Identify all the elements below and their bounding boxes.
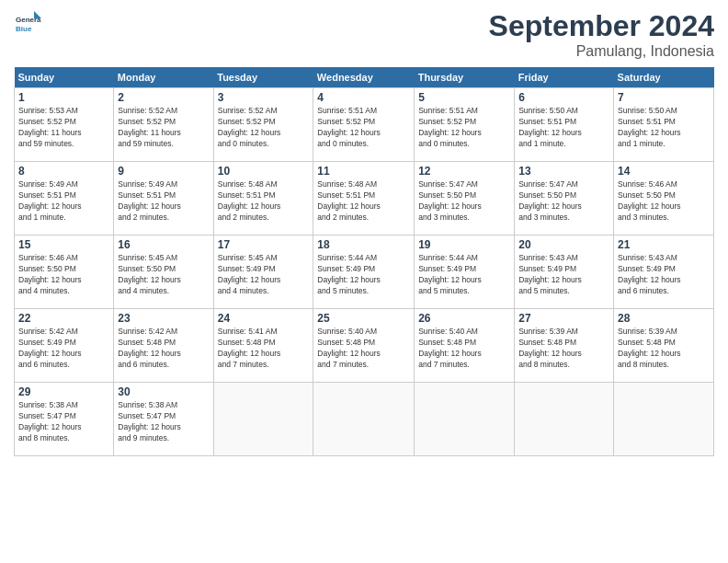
- table-row: 17Sunrise: 5:45 AMSunset: 5:49 PMDayligh…: [213, 236, 313, 309]
- table-row: 14Sunrise: 5:46 AMSunset: 5:50 PMDayligh…: [614, 162, 714, 236]
- day-info: Sunrise: 5:49 AMSunset: 5:51 PMDaylight:…: [18, 179, 109, 224]
- header-sunday: Sunday: [15, 67, 114, 88]
- table-row: 3Sunrise: 5:52 AMSunset: 5:52 PMDaylight…: [213, 88, 313, 162]
- day-number: 16: [118, 238, 209, 251]
- day-info: Sunrise: 5:40 AMSunset: 5:48 PMDaylight:…: [317, 327, 410, 371]
- day-number: 28: [618, 312, 710, 325]
- table-row: 12Sunrise: 5:47 AMSunset: 5:50 PMDayligh…: [415, 162, 515, 236]
- header-saturday: Saturday: [614, 67, 714, 88]
- day-number: 10: [218, 165, 310, 178]
- day-info: Sunrise: 5:42 AMSunset: 5:49 PMDaylight:…: [18, 327, 109, 371]
- table-row: 6Sunrise: 5:50 AMSunset: 5:51 PMDaylight…: [515, 88, 614, 162]
- day-info: Sunrise: 5:44 AMSunset: 5:49 PMDaylight:…: [317, 253, 410, 297]
- day-number: 4: [317, 91, 410, 104]
- table-row: 4Sunrise: 5:51 AMSunset: 5:52 PMDaylight…: [313, 88, 415, 162]
- table-row: 26Sunrise: 5:40 AMSunset: 5:48 PMDayligh…: [415, 309, 515, 383]
- day-number: 6: [518, 91, 609, 104]
- day-number: 21: [618, 238, 710, 251]
- day-info: Sunrise: 5:49 AMSunset: 5:51 PMDaylight:…: [118, 179, 209, 224]
- header-section: General Blue September 2024 Pamulang, In…: [14, 9, 714, 60]
- table-row: 21Sunrise: 5:43 AMSunset: 5:49 PMDayligh…: [614, 236, 714, 309]
- header-tuesday: Tuesday: [213, 67, 313, 88]
- day-number: 9: [118, 165, 209, 178]
- day-info: Sunrise: 5:45 AMSunset: 5:50 PMDaylight:…: [118, 253, 209, 297]
- day-info: Sunrise: 5:52 AMSunset: 5:52 PMDaylight:…: [118, 106, 209, 150]
- table-row: 9Sunrise: 5:49 AMSunset: 5:51 PMDaylight…: [114, 162, 213, 236]
- table-row: 24Sunrise: 5:41 AMSunset: 5:48 PMDayligh…: [213, 309, 313, 383]
- day-number: 29: [18, 385, 109, 398]
- svg-text:Blue: Blue: [16, 25, 32, 33]
- day-info: Sunrise: 5:39 AMSunset: 5:48 PMDaylight:…: [618, 327, 710, 371]
- day-info: Sunrise: 5:48 AMSunset: 5:51 PMDaylight:…: [317, 179, 410, 224]
- header-monday: Monday: [114, 67, 213, 88]
- table-row: 16Sunrise: 5:45 AMSunset: 5:50 PMDayligh…: [114, 236, 213, 309]
- table-row: [415, 383, 515, 456]
- page-container: General Blue September 2024 Pamulang, In…: [0, 0, 728, 465]
- day-number: 26: [418, 312, 510, 325]
- day-number: 19: [418, 238, 510, 251]
- logo: General Blue: [14, 9, 45, 37]
- day-number: 17: [218, 238, 310, 251]
- table-row: 27Sunrise: 5:39 AMSunset: 5:48 PMDayligh…: [515, 309, 614, 383]
- day-info: Sunrise: 5:40 AMSunset: 5:48 PMDaylight:…: [418, 327, 510, 371]
- header-row: Sunday Monday Tuesday Wednesday Thursday…: [15, 67, 714, 88]
- table-row: 5Sunrise: 5:51 AMSunset: 5:52 PMDaylight…: [415, 88, 515, 162]
- day-info: Sunrise: 5:51 AMSunset: 5:52 PMDaylight:…: [418, 106, 510, 150]
- table-row: 1Sunrise: 5:53 AMSunset: 5:52 PMDaylight…: [15, 88, 714, 162]
- day-info: Sunrise: 5:47 AMSunset: 5:50 PMDaylight:…: [518, 179, 609, 224]
- table-row: [515, 383, 614, 456]
- day-number: 20: [518, 238, 609, 251]
- location-title: Pamulang, Indonesia: [489, 43, 714, 60]
- day-number: 25: [317, 312, 410, 325]
- table-row: 15Sunrise: 5:46 AMSunset: 5:50 PMDayligh…: [15, 236, 714, 309]
- header-wednesday: Wednesday: [313, 67, 415, 88]
- table-row: 22Sunrise: 5:42 AMSunset: 5:49 PMDayligh…: [15, 309, 114, 383]
- table-row: 13Sunrise: 5:47 AMSunset: 5:50 PMDayligh…: [515, 162, 614, 236]
- table-row: 8Sunrise: 5:49 AMSunset: 5:51 PMDaylight…: [15, 162, 714, 236]
- table-row: 22Sunrise: 5:42 AMSunset: 5:49 PMDayligh…: [15, 309, 714, 383]
- day-info: Sunrise: 5:45 AMSunset: 5:49 PMDaylight:…: [218, 253, 310, 297]
- table-row: [614, 383, 714, 456]
- header-friday: Friday: [515, 67, 614, 88]
- day-info: Sunrise: 5:38 AMSunset: 5:47 PMDaylight:…: [118, 400, 209, 444]
- table-row: 10Sunrise: 5:48 AMSunset: 5:51 PMDayligh…: [213, 162, 313, 236]
- day-number: 22: [18, 312, 109, 325]
- day-number: 13: [518, 165, 609, 178]
- day-number: 7: [618, 91, 710, 104]
- day-info: Sunrise: 5:42 AMSunset: 5:48 PMDaylight:…: [118, 327, 209, 371]
- day-info: Sunrise: 5:38 AMSunset: 5:47 PMDaylight:…: [18, 400, 109, 444]
- table-row: 25Sunrise: 5:40 AMSunset: 5:48 PMDayligh…: [313, 309, 415, 383]
- day-info: Sunrise: 5:47 AMSunset: 5:50 PMDaylight:…: [418, 179, 510, 224]
- logo-icon: General Blue: [14, 9, 41, 37]
- day-number: 15: [18, 238, 109, 251]
- day-info: Sunrise: 5:43 AMSunset: 5:49 PMDaylight:…: [518, 253, 609, 297]
- day-number: 23: [118, 312, 209, 325]
- day-number: 12: [418, 165, 510, 178]
- table-row: 8Sunrise: 5:49 AMSunset: 5:51 PMDaylight…: [15, 162, 114, 236]
- day-number: 24: [218, 312, 310, 325]
- day-number: 14: [618, 165, 710, 178]
- day-number: 8: [18, 165, 109, 178]
- day-info: Sunrise: 5:41 AMSunset: 5:48 PMDaylight:…: [218, 327, 310, 371]
- table-row: 20Sunrise: 5:43 AMSunset: 5:49 PMDayligh…: [515, 236, 614, 309]
- calendar-table: Sunday Monday Tuesday Wednesday Thursday…: [14, 67, 714, 456]
- day-info: Sunrise: 5:51 AMSunset: 5:52 PMDaylight:…: [317, 106, 410, 150]
- header-thursday: Thursday: [415, 67, 515, 88]
- day-info: Sunrise: 5:43 AMSunset: 5:49 PMDaylight:…: [618, 253, 710, 297]
- day-number: 1: [18, 91, 109, 104]
- table-row: 19Sunrise: 5:44 AMSunset: 5:49 PMDayligh…: [415, 236, 515, 309]
- day-number: 11: [317, 165, 410, 178]
- table-row: [313, 383, 415, 456]
- day-info: Sunrise: 5:53 AMSunset: 5:52 PMDaylight:…: [18, 106, 109, 150]
- table-row: 11Sunrise: 5:48 AMSunset: 5:51 PMDayligh…: [313, 162, 415, 236]
- table-row: 1Sunrise: 5:53 AMSunset: 5:52 PMDaylight…: [15, 88, 114, 162]
- day-info: Sunrise: 5:50 AMSunset: 5:51 PMDaylight:…: [518, 106, 609, 150]
- day-info: Sunrise: 5:46 AMSunset: 5:50 PMDaylight:…: [618, 179, 710, 224]
- table-row: 29Sunrise: 5:38 AMSunset: 5:47 PMDayligh…: [15, 383, 114, 456]
- table-row: 23Sunrise: 5:42 AMSunset: 5:48 PMDayligh…: [114, 309, 213, 383]
- table-row: 18Sunrise: 5:44 AMSunset: 5:49 PMDayligh…: [313, 236, 415, 309]
- table-row: 2Sunrise: 5:52 AMSunset: 5:52 PMDaylight…: [114, 88, 213, 162]
- table-row: 15Sunrise: 5:46 AMSunset: 5:50 PMDayligh…: [15, 236, 114, 309]
- day-number: 5: [418, 91, 510, 104]
- day-number: 30: [118, 385, 209, 398]
